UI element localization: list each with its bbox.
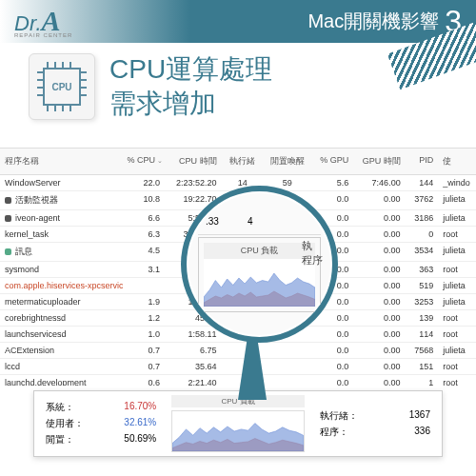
header-bar: Dr.A REPAIR CENTER Mac開關機影響 3 xyxy=(0,0,476,43)
mini-cpu-chart xyxy=(171,410,305,452)
magnifier-overlay: .334 CPU 負載 執程序 xyxy=(181,186,338,343)
column-cputime[interactable]: CPU 時間 xyxy=(165,152,221,170)
cpu-percent-stats: 系統：16.70% 使用者：32.61% 閒置：50.69% xyxy=(34,391,168,456)
column-cpu[interactable]: % CPU⌄ xyxy=(123,152,166,170)
column-name[interactable]: 程序名稱 xyxy=(0,152,123,170)
column-wake[interactable]: 閒置喚醒 xyxy=(264,152,311,170)
table-row[interactable]: ACExtension0.76.750.00.007568julieta xyxy=(0,343,476,359)
table-row[interactable]: lccd0.735.640.00.00151root xyxy=(0,359,476,375)
cpu-load-label: CPU 負載 xyxy=(204,243,315,259)
column-user[interactable]: 使 xyxy=(438,152,476,170)
logo: Dr.A REPAIR CENTER xyxy=(14,5,72,38)
table-header-row[interactable]: 程序名稱 % CPU⌄ CPU 時間 執行緒 閒置喚醒 % GPU GPU 時間… xyxy=(0,148,476,175)
mini-chart-label: CPU 負載 xyxy=(171,395,305,407)
main-title: CPU運算處理 需求增加 xyxy=(109,52,272,122)
table-row[interactable]: launchd.development0.62:21.400.00.001roo… xyxy=(0,375,476,386)
column-gpu[interactable]: % GPU xyxy=(311,152,354,170)
header-title: Mac開關機影響 xyxy=(307,9,439,34)
title-section: CPU CPU運算處理 需求增加 xyxy=(29,52,272,122)
summary-panel: 系統：16.70% 使用者：32.61% 閒置：50.69% CPU 負載 執行… xyxy=(33,390,443,457)
column-gputime[interactable]: GPU 時間 xyxy=(353,152,405,170)
cpu-load-chart xyxy=(204,259,315,307)
thread-proc-stats: 執行緒：1367 程序：336 xyxy=(308,391,442,456)
column-threads[interactable]: 執行緒 xyxy=(222,152,265,170)
column-pid[interactable]: PID xyxy=(406,152,439,170)
cpu-icon: CPU xyxy=(29,53,95,120)
